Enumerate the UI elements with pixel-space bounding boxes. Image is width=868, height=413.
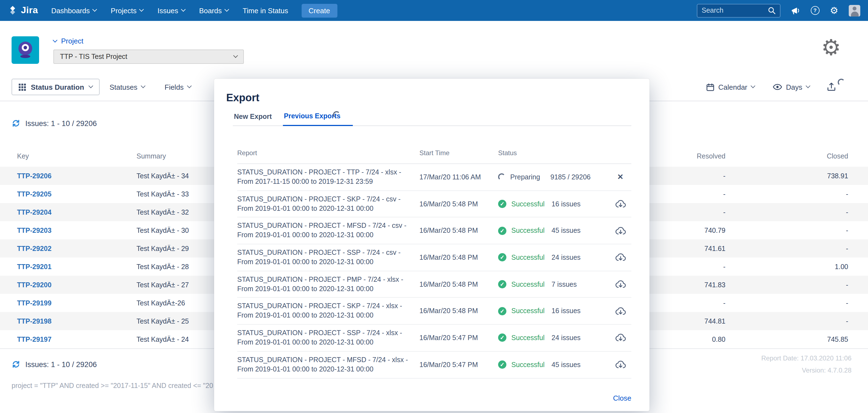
export-status: Successful 24 issues xyxy=(498,334,609,342)
download-export-icon[interactable] xyxy=(615,307,625,315)
issue-key[interactable]: TTP-29204 xyxy=(17,208,136,216)
close-button[interactable]: Close xyxy=(613,394,631,402)
chevron-down-icon xyxy=(234,53,238,58)
nav-item[interactable]: Projects xyxy=(111,6,143,14)
issues-count-top: Issues: 1 - 10 / 29206 xyxy=(11,119,97,128)
success-check-icon xyxy=(498,253,506,262)
download-export-icon[interactable] xyxy=(615,360,625,369)
search-icon[interactable] xyxy=(768,7,776,14)
chevron-down-icon xyxy=(750,84,755,88)
calendar-dropdown[interactable]: Calendar xyxy=(706,79,755,95)
tab-new-export[interactable]: New Export xyxy=(233,113,273,125)
nav-item-label: Boards xyxy=(199,6,221,14)
download-export-icon[interactable] xyxy=(615,226,625,235)
export-status-label: Successful xyxy=(512,307,547,315)
create-button[interactable]: Create xyxy=(301,4,337,17)
export-report-line1: STATUS_DURATION - PROJECT - TTP - 7/24 -… xyxy=(237,168,411,177)
issue-key[interactable]: TTP-29199 xyxy=(17,299,136,307)
report-date: Report Date: 17.03.2020 11:06 xyxy=(761,352,851,364)
announcements-megaphone-icon[interactable] xyxy=(791,6,800,14)
export-start-time: 16/Mar/20 5:47 PM xyxy=(420,361,498,369)
statuses-dropdown[interactable]: Statuses xyxy=(110,79,145,95)
tab-previous-exports[interactable]: Previous Exports xyxy=(283,112,353,126)
export-status-label: Successful xyxy=(512,254,547,261)
export-start-time: 16/Mar/20 5:48 PM xyxy=(420,254,498,261)
issue-closed: - xyxy=(725,190,848,198)
top-navbar: Jira Dashboards Projects Issues Boards T… xyxy=(0,0,868,21)
nav-item[interactable]: Issues xyxy=(157,6,185,14)
column-header-start-time: Start Time xyxy=(420,149,498,157)
refresh-icon[interactable] xyxy=(11,119,20,128)
issue-resolved: 744.81 xyxy=(659,317,725,325)
nav-item-label: Issues xyxy=(157,6,178,14)
export-loading-spinner xyxy=(838,79,845,86)
settings-gear-icon[interactable]: ⚙ xyxy=(821,36,841,58)
download-export-icon[interactable] xyxy=(615,334,625,342)
export-status-detail: 9185 / 29206 xyxy=(550,173,591,181)
jira-logo[interactable]: Jira xyxy=(8,5,38,16)
issue-key[interactable]: TTP-29203 xyxy=(17,226,136,234)
search-input[interactable] xyxy=(702,7,765,14)
status-duration-label: Status Duration xyxy=(31,83,84,91)
export-report: STATUS_DURATION - PROJECT - SKP - 7/24 -… xyxy=(237,194,420,213)
success-check-icon xyxy=(498,200,506,208)
download-export-icon[interactable] xyxy=(615,280,625,288)
export-start-time: 16/Mar/20 5:48 PM xyxy=(420,307,498,315)
calendar-label: Calendar xyxy=(718,83,747,91)
issue-key[interactable]: TTP-29202 xyxy=(17,245,136,252)
admin-gear-icon[interactable]: ⚙ xyxy=(830,6,839,15)
export-status: Successful 16 issues xyxy=(498,307,609,315)
issue-key[interactable]: TTP-29200 xyxy=(17,281,136,289)
export-action xyxy=(609,226,631,235)
export-status-detail: 7 issues xyxy=(552,280,577,288)
breadcrumb-label: Project xyxy=(61,37,83,45)
issue-resolved: 741.61 xyxy=(659,245,725,252)
export-report-line2: From 2019-01-01 00:00 to 2020-12-31 00:0… xyxy=(237,230,411,240)
export-report: STATUS_DURATION - PROJECT - TTP - 7/24 -… xyxy=(237,168,420,187)
help-icon[interactable] xyxy=(811,6,819,15)
export-table-body: STATUS_DURATION - PROJECT - TTP - 7/24 -… xyxy=(237,164,631,378)
nav-item[interactable]: Dashboards xyxy=(51,6,96,14)
export-status-detail: 45 issues xyxy=(552,361,581,369)
success-check-icon xyxy=(498,280,506,288)
issue-key[interactable]: TTP-29197 xyxy=(17,336,136,343)
project-avatar-icon xyxy=(14,39,36,61)
chevron-down-icon xyxy=(88,84,93,88)
export-report-line1: STATUS_DURATION - PROJECT - SSP - 7/24 -… xyxy=(237,248,411,258)
cancel-export-icon[interactable] xyxy=(617,173,624,181)
fields-dropdown[interactable]: Fields xyxy=(164,79,191,95)
download-export-icon[interactable] xyxy=(615,200,625,208)
issue-key[interactable]: TTP-29201 xyxy=(17,263,136,271)
chevron-down-icon xyxy=(187,84,191,88)
project-breadcrumb[interactable]: Project xyxy=(53,37,83,45)
days-dropdown[interactable]: Days xyxy=(773,79,809,95)
nav-item[interactable]: Boards xyxy=(199,6,228,14)
export-dialog: Export New Export Previous Exports Repor… xyxy=(214,79,650,411)
chevron-down-icon xyxy=(53,38,58,42)
export-tabs: New Export Previous Exports xyxy=(233,109,631,126)
issue-closed: - xyxy=(725,281,848,289)
export-status-label: Successful xyxy=(512,200,547,208)
refresh-icon[interactable] xyxy=(11,360,20,369)
issue-key[interactable]: TTP-29206 xyxy=(17,172,136,180)
issues-count-label: Issues: 1 - 10 / 29206 xyxy=(25,360,97,369)
issue-resolved: - xyxy=(659,208,725,216)
export-row: STATUS_DURATION - PROJECT - SSP - 7/24 -… xyxy=(237,244,631,271)
export-report: STATUS_DURATION - PROJECT - SKP - 7/24 -… xyxy=(237,302,420,321)
project-select[interactable]: TTP - TIS Test Project xyxy=(53,50,244,64)
status-duration-button[interactable]: Status Duration xyxy=(11,79,100,95)
export-icon[interactable] xyxy=(827,82,836,94)
column-header-status: Status xyxy=(498,149,609,157)
issue-key[interactable]: TTP-29198 xyxy=(17,317,136,325)
nav-item[interactable]: Time in Status xyxy=(243,6,288,14)
export-report: STATUS_DURATION - PROJECT - SSP - 7/24 -… xyxy=(237,328,420,347)
issue-key[interactable]: TTP-29205 xyxy=(17,190,136,198)
report-version: Version: 4.7.0.28 xyxy=(761,364,851,376)
user-avatar[interactable] xyxy=(849,5,860,16)
calendar-icon xyxy=(706,83,714,91)
export-start-time: 16/Mar/20 5:48 PM xyxy=(420,200,498,208)
nav-item-label: Time in Status xyxy=(243,6,288,14)
jql-query-text: project = "TTP" AND created >= "2017-11-… xyxy=(11,382,213,390)
download-export-icon[interactable] xyxy=(615,253,625,262)
export-row: STATUS_DURATION - PROJECT - SKP - 7/24 -… xyxy=(237,298,631,325)
